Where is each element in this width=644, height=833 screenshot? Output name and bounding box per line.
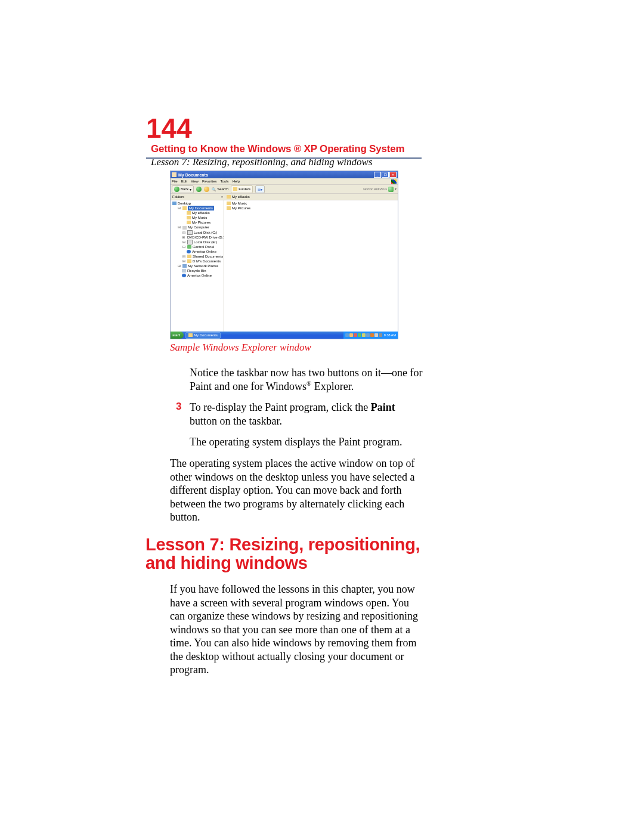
expand-icon[interactable]: ⊞ <box>182 240 186 244</box>
paragraph: Notice the taskbar now has two buttons o… <box>190 366 423 393</box>
menu-file[interactable]: File <box>172 179 178 183</box>
window-controls: _ ❐ × <box>374 172 397 178</box>
text: button on the taskbar. <box>190 415 282 427</box>
collapse-icon[interactable]: ⊟ <box>177 206 181 210</box>
header-rule <box>146 157 422 159</box>
folders-toggle[interactable]: Folders <box>231 185 253 193</box>
folders-pane-close[interactable]: × <box>220 195 224 199</box>
content-pane[interactable]: My Music My Pictures <box>224 200 398 335</box>
network-icon <box>182 264 187 268</box>
antivirus-icon <box>388 187 394 192</box>
content-header-label: My eBooks <box>232 195 250 199</box>
text: Explorer. <box>311 380 354 392</box>
figure-caption: Sample Windows Explorer window <box>170 342 398 354</box>
tray-icon[interactable] <box>374 333 378 337</box>
tray-icon[interactable] <box>379 333 382 337</box>
tray-icon[interactable] <box>345 333 349 337</box>
desktop-icon <box>172 202 177 205</box>
folder-icon <box>182 206 187 210</box>
control-panel-icon <box>187 245 191 249</box>
toolbar: Back ▾ 🔍 Search Folders ☰▾ Norton AntiVi… <box>171 185 398 194</box>
tree-dm: D M's Documents <box>193 259 221 264</box>
section-heading-lesson7: Lesson 7: Resizing, repositioning, and h… <box>145 535 423 573</box>
close-button[interactable]: × <box>389 172 397 178</box>
folders-pane-label: Folders <box>171 195 220 199</box>
menu-view[interactable]: View <box>191 179 199 183</box>
tree-myebooks: My eBooks <box>192 210 210 215</box>
content-mypictures: My Pictures <box>232 206 250 210</box>
tree-recycle: Recycle Bin <box>187 268 206 273</box>
tree-mypictures: My Pictures <box>192 220 210 225</box>
app-icon <box>182 274 186 277</box>
search-label: Search <box>217 187 228 191</box>
tree-desktop: Desktop <box>178 201 191 206</box>
start-button[interactable]: start <box>171 332 184 339</box>
search-button[interactable]: 🔍 Search <box>212 187 228 191</box>
tree-locale: Local Disk (E:) <box>194 240 217 244</box>
content-header-item: My eBooks <box>224 195 250 199</box>
views-button[interactable]: ☰▾ <box>255 185 265 193</box>
back-button[interactable]: Back ▾ <box>172 185 194 193</box>
menu-favorites[interactable]: Favorites <box>202 179 217 183</box>
tray-icon[interactable] <box>358 333 361 337</box>
start-label: start <box>172 333 180 337</box>
tray-icon[interactable] <box>366 333 370 337</box>
text-bold: Paint <box>371 401 395 413</box>
page: 144 Getting to Know the Windows ® XP Ope… <box>0 0 644 833</box>
taskbar-item-label: My Documents <box>194 333 218 337</box>
paragraph: The operating system places the active w… <box>170 457 423 524</box>
recycle-bin-icon <box>182 269 186 272</box>
up-button[interactable] <box>204 187 209 192</box>
maximize-button[interactable]: ❐ <box>382 172 389 178</box>
collapse-icon[interactable]: ⊟ <box>177 225 181 230</box>
toolbar-right: Norton AntiVirus ▾ <box>363 187 397 192</box>
back-label: Back <box>181 187 188 191</box>
tray-icon[interactable] <box>370 333 374 337</box>
computer-icon <box>182 226 187 230</box>
forward-button[interactable] <box>196 187 202 192</box>
folder-icon <box>233 187 237 191</box>
tree-mydocuments: My Documents <box>188 206 214 210</box>
paragraph: The operating system displays the Paint … <box>190 435 423 449</box>
chevron-down-icon: ▾ <box>395 187 397 191</box>
chapter-title: Getting to Know the Windows ® XP Operati… <box>151 143 404 155</box>
tray-icon[interactable] <box>354 333 357 337</box>
folder-icon <box>172 172 177 177</box>
xp-window: My Documents _ ❐ × File Edit View Favori… <box>170 171 398 339</box>
tray-icon[interactable] <box>349 333 353 337</box>
window-title: My Documents <box>178 173 208 177</box>
chevron-down-icon: ▾ <box>190 187 191 191</box>
expand-icon[interactable]: ⊞ <box>182 259 186 264</box>
antivirus-label: Norton AntiVirus <box>363 187 387 191</box>
tree-aol1: America Online <box>192 249 216 254</box>
app-icon <box>187 250 191 253</box>
tree-mycomputer: My Computer <box>188 225 209 230</box>
taskbar-clock: 9:38 AM <box>384 333 396 337</box>
folder-icon <box>227 206 231 210</box>
menu-edit[interactable]: Edit <box>181 179 187 183</box>
folder-icon <box>227 202 231 205</box>
text: To re-display the Paint program, click t… <box>190 401 371 413</box>
collapse-icon[interactable]: ⊟ <box>182 244 186 249</box>
back-arrow-icon <box>174 187 179 192</box>
step-3-text: To re-display the Paint program, click t… <box>190 401 423 428</box>
tree-aol2: America Online <box>187 273 212 278</box>
search-icon: 🔍 <box>212 187 216 191</box>
folder-icon <box>187 255 191 258</box>
expand-icon[interactable]: ⊞ <box>182 235 185 240</box>
pane-header: Folders × My eBooks <box>171 194 398 200</box>
menubar: File Edit View Favorites Tools Help <box>171 178 398 185</box>
tray-icon[interactable] <box>362 333 366 337</box>
header-titles: Getting to Know the Windows ® XP Operati… <box>151 143 404 168</box>
taskbar-item-mydocuments[interactable]: My Documents <box>185 332 221 339</box>
pane-area: Desktop ⊟My Documents My eBooks My Music… <box>171 200 398 335</box>
running-header: 144 Getting to Know the Windows ® XP Ope… <box>146 114 423 168</box>
expand-icon[interactable]: ⊞ <box>182 230 186 235</box>
figure-explorer: My Documents _ ❐ × File Edit View Favori… <box>170 171 398 354</box>
minimize-button[interactable]: _ <box>374 172 381 178</box>
expand-icon[interactable]: ⊞ <box>177 264 181 268</box>
menu-tools[interactable]: Tools <box>221 179 229 183</box>
menu-help[interactable]: Help <box>233 179 240 183</box>
folder-tree[interactable]: Desktop ⊟My Documents My eBooks My Music… <box>171 200 224 335</box>
expand-icon[interactable]: ⊞ <box>182 254 186 259</box>
